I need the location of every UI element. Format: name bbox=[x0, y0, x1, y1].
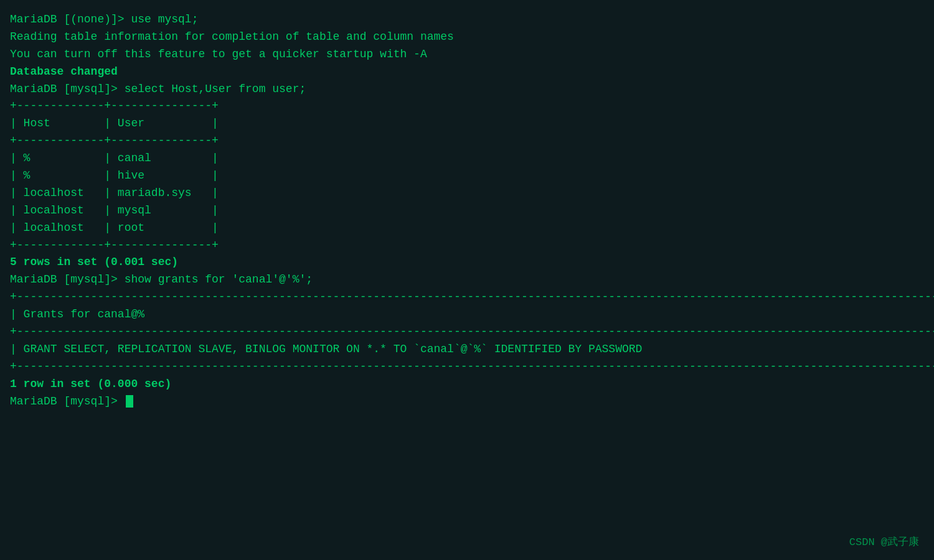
terminal-line: | Grants for canal@% bbox=[10, 306, 924, 324]
terminal-line: Reading table information for completion… bbox=[10, 29, 924, 46]
terminal-line: +---------------------------------------… bbox=[10, 324, 924, 341]
terminal-line: You can turn off this feature to get a q… bbox=[10, 46, 924, 63]
terminal-line: | % | hive | bbox=[10, 167, 924, 185]
terminal-line: MariaDB [mysql]> show grants for 'canal'… bbox=[10, 271, 924, 289]
terminal-line: 1 row in set (0.000 sec) bbox=[10, 376, 924, 393]
terminal-line: | localhost | mariadb.sys | bbox=[10, 185, 924, 202]
terminal-line: | localhost | mysql | bbox=[10, 202, 924, 220]
terminal-line: Database changed bbox=[10, 63, 924, 81]
terminal-line: 5 rows in set (0.001 sec) bbox=[10, 254, 924, 271]
terminal-line: +---------------------------------------… bbox=[10, 289, 924, 306]
terminal-line: +---------------------------------------… bbox=[10, 358, 924, 376]
terminal-content: MariaDB [(none)]> use mysql;Reading tabl… bbox=[10, 11, 924, 410]
watermark: CSDN @武子康 bbox=[849, 534, 919, 549]
terminal-line: +-------------+---------------+ bbox=[10, 98, 924, 115]
terminal-window: MariaDB [(none)]> use mysql;Reading tabl… bbox=[0, 0, 934, 560]
terminal-line: | % | canal | bbox=[10, 150, 924, 167]
terminal-line: | Host | User | bbox=[10, 115, 924, 133]
terminal-line: +-------------+---------------+ bbox=[10, 237, 924, 254]
terminal-line: | GRANT SELECT, REPLICATION SLAVE, BINLO… bbox=[10, 341, 924, 358]
terminal-line: MariaDB [mysql]> select Host,User from u… bbox=[10, 81, 924, 98]
terminal-line: +-------------+---------------+ bbox=[10, 133, 924, 150]
terminal-cursor bbox=[126, 395, 133, 408]
terminal-line: MariaDB [mysql]> bbox=[10, 393, 924, 411]
terminal-line: MariaDB [(none)]> use mysql; bbox=[10, 11, 924, 29]
terminal-line: | localhost | root | bbox=[10, 220, 924, 237]
